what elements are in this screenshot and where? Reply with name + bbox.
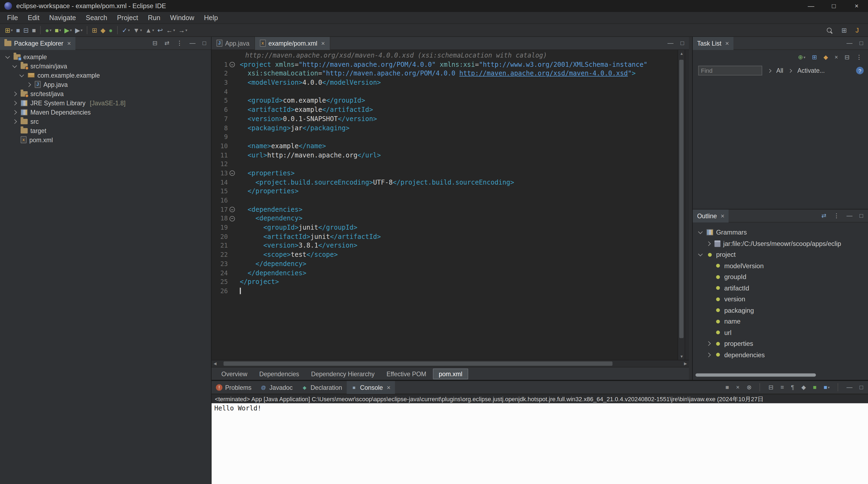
pom-page-tab-dependency-hierarchy[interactable]: Dependency Hierarchy — [306, 369, 380, 379]
minimize-button[interactable]: — — [188, 39, 197, 47]
pom-page-tab-dependencies[interactable]: Dependencies — [254, 369, 305, 379]
print-button[interactable]: ■ — [30, 26, 37, 34]
project-tree-item-jre-system-library[interactable]: JRE System Library[JavaSE-1.8] — [0, 98, 211, 108]
expander-collapse-icon[interactable] — [697, 253, 704, 256]
editor-vertical-scrollbar[interactable]: ▲ ▼ — [678, 50, 685, 360]
console-view-tab-problems[interactable]: !Problems — [212, 381, 256, 394]
code-line-20[interactable]: <artifactId>junit</artifactId> — [240, 232, 678, 241]
code-line-11[interactable]: <url>http://maven.apache.org</url> — [240, 151, 678, 160]
code-line-5[interactable]: <groupId>com.example</groupId> — [240, 96, 678, 105]
code-line-13[interactable]: <properties> — [240, 169, 678, 178]
link-with-editor-button[interactable]: ⇄ — [163, 39, 171, 47]
code-line-12[interactable] — [240, 160, 678, 169]
code-line-21[interactable]: <version>3.8.1</version> — [240, 241, 678, 250]
outline-horizontal-scrollbar[interactable] — [694, 372, 866, 378]
menu-help[interactable]: Help — [199, 14, 223, 22]
expander-expand-icon[interactable] — [26, 83, 32, 86]
view-menu-button[interactable]: ⋮ — [175, 39, 184, 47]
code-line-2[interactable]: xsi:schemaLocation="http://maven.apache.… — [240, 69, 678, 78]
open-task-button[interactable]: ✓▾ — [120, 26, 131, 34]
new-wizard-button[interactable]: ⊞▾ — [3, 26, 14, 34]
editor-code[interactable]: http://maven.apache.org/xsd/maven-4.0.0.… — [237, 50, 678, 360]
remove-launch-button[interactable]: × — [735, 383, 741, 391]
maximize-button[interactable]: □ — [679, 39, 686, 47]
task-scope-all[interactable]: All — [776, 67, 783, 74]
new-package-button[interactable]: ◆ — [99, 26, 107, 34]
code-line-25[interactable]: </project> — [240, 277, 678, 286]
menu-navigate[interactable]: Navigate — [44, 14, 81, 22]
coverage-button[interactable]: ■▾ — [53, 26, 63, 34]
code-line-14[interactable]: <project.build.sourceEncoding>UTF-8</pro… — [240, 178, 678, 187]
code-line-8[interactable]: <packaging>jar</packaging> — [240, 123, 678, 132]
outline-tree-item-jar-file-c-users-meowr-scoop-apps-eclip[interactable]: jar:file:/C:/Users/meowr/scoop/apps/ecli… — [693, 238, 868, 249]
outline-tree-item-artifactid[interactable]: artifactId — [693, 282, 868, 294]
maximize-button[interactable]: □ — [858, 212, 865, 220]
new-java-project-button[interactable]: ⊞ — [90, 26, 99, 34]
project-tree-item-maven-dependencies[interactable]: Maven Dependencies — [0, 108, 211, 117]
expander-collapse-icon[interactable] — [19, 74, 25, 76]
code-line-17[interactable]: <dependencies> — [240, 205, 678, 214]
editor-horizontal-scrollbar[interactable]: ◀ ▶ — [212, 360, 689, 367]
close-tab-icon[interactable]: × — [386, 384, 391, 391]
new-task-button[interactable]: ⊕▾ — [796, 53, 807, 61]
clear-console-button[interactable]: ⊟ — [767, 383, 775, 391]
task-list-tab[interactable]: Task List × — [693, 37, 733, 50]
maximize-button[interactable]: □ — [858, 383, 865, 391]
search-button[interactable] — [825, 26, 834, 34]
fold-marker-icon[interactable] — [228, 216, 237, 221]
maximize-window-button[interactable]: □ — [823, 0, 845, 12]
code-line-9[interactable] — [240, 132, 678, 142]
horizontal-scroll-track[interactable] — [219, 361, 682, 367]
external-tools-button[interactable]: ▶▾ — [73, 26, 84, 34]
outline-scroll-thumb[interactable] — [695, 373, 816, 377]
pom-page-tab-pom-xml[interactable]: pom.xml — [433, 368, 468, 379]
expander-expand-icon[interactable] — [11, 92, 18, 95]
view-menu-button[interactable]: ⋮ — [832, 212, 841, 220]
word-wrap-button[interactable]: ¶ — [789, 383, 796, 391]
minimize-button[interactable]: — — [845, 212, 854, 220]
outline-tree-item-modelversion[interactable]: modelVersion — [693, 260, 868, 271]
outline-tree-item-grammars[interactable]: Grammars — [693, 227, 868, 238]
code-line-18[interactable]: <dependency> — [240, 214, 678, 223]
display-selected-console-button[interactable]: ■ — [811, 383, 818, 391]
outline-tree-item-properties[interactable]: properties — [693, 338, 868, 350]
code-line-1[interactable]: <project xmlns="http://maven.apache.org/… — [240, 60, 678, 69]
expander-expand-icon[interactable] — [705, 342, 712, 345]
expander-expand-icon[interactable] — [11, 101, 18, 104]
close-view-icon[interactable]: × — [67, 39, 71, 47]
console-view-tab-javadoc[interactable]: @Javadoc — [256, 381, 297, 394]
outline-tree-item-dependencies[interactable]: dependencies — [693, 350, 868, 361]
editor[interactable]: 1234567891011121314151617181920212223242… — [212, 50, 689, 360]
expander-expand-icon[interactable] — [11, 120, 18, 123]
close-view-icon[interactable]: × — [721, 212, 724, 220]
link-with-editor-button[interactable]: ⇄ — [820, 212, 828, 220]
editor-tab-example-pom-xml[interactable]: example/pom.xml× — [255, 37, 330, 50]
new-class-button[interactable]: ● — [107, 26, 114, 34]
close-view-icon[interactable]: × — [725, 39, 729, 47]
pom-page-tab-effective-pom[interactable]: Effective POM — [381, 369, 432, 379]
maximize-button[interactable]: □ — [858, 39, 865, 47]
close-window-button[interactable]: × — [845, 0, 868, 12]
code-line-15[interactable]: </properties> — [240, 187, 678, 196]
minimize-window-button[interactable]: — — [800, 0, 823, 12]
project-tree-item-pom-xml[interactable]: pom.xml — [0, 135, 211, 144]
editor-tab-app-java[interactable]: App.java — [212, 37, 255, 50]
expander-collapse-icon[interactable] — [4, 56, 11, 58]
code-line-6[interactable]: <artifactId>example</artifactId> — [240, 105, 678, 114]
fold-marker-icon[interactable] — [228, 207, 237, 212]
last-edit-location-button[interactable]: ↩ — [156, 26, 164, 34]
package-explorer-tab[interactable]: Package Explorer × — [0, 37, 75, 50]
horizontal-scroll-thumb[interactable] — [223, 362, 612, 366]
previous-annotation-button[interactable]: ▲▾ — [144, 26, 156, 34]
collapse-all-button[interactable]: ⊟ — [151, 39, 159, 47]
open-console-button[interactable]: ■▾ — [822, 383, 831, 391]
project-tree-item-com-example-example[interactable]: com.example.example — [0, 70, 211, 80]
view-menu-button[interactable]: ⋮ — [855, 53, 864, 61]
project-tree-item-src-main-java[interactable]: src/main/java — [0, 61, 211, 70]
scroll-right-icon[interactable]: ▶ — [682, 360, 689, 367]
expander-expand-icon[interactable] — [705, 242, 712, 245]
scroll-down-icon[interactable]: ▼ — [678, 353, 685, 360]
scroll-up-icon[interactable]: ▲ — [678, 50, 685, 57]
menu-search[interactable]: Search — [81, 14, 112, 22]
code-line-24[interactable]: </dependencies> — [240, 269, 678, 277]
